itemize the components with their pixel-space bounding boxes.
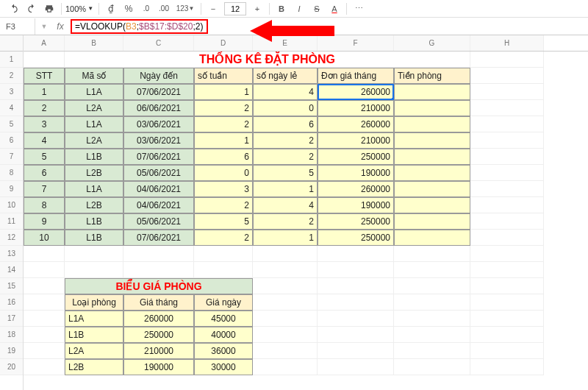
row-header[interactable]: 8 xyxy=(0,165,23,181)
hdr2-giathang[interactable]: Giá tháng xyxy=(123,294,194,311)
more-button[interactable]: ⋯ xyxy=(351,1,367,16)
table-row-songayle[interactable]: 2 xyxy=(253,213,318,230)
table-row-dongia[interactable]: 250000 xyxy=(318,230,394,246)
table-row-sotuan[interactable]: 2 xyxy=(194,100,253,116)
row-header[interactable]: 7 xyxy=(0,149,23,165)
table-row-sotuan[interactable]: 6 xyxy=(194,149,253,165)
table-row-songayle[interactable]: 2 xyxy=(253,132,318,149)
cell[interactable] xyxy=(394,262,470,278)
row-header[interactable]: 1 xyxy=(0,52,23,68)
table-row-dongia[interactable]: 250000 xyxy=(318,213,394,230)
table2-title[interactable]: BIỂU GIÁ PHÒNG xyxy=(65,278,253,294)
cell[interactable] xyxy=(394,327,470,343)
cell[interactable] xyxy=(470,213,544,230)
table-row-songayle[interactable]: 0 xyxy=(253,100,318,116)
table-row-stt[interactable]: 7 xyxy=(24,181,65,197)
hdr-dongia[interactable]: Đơn giá tháng xyxy=(318,68,394,84)
cell[interactable] xyxy=(470,230,544,246)
cell[interactable] xyxy=(318,311,394,327)
table-row-songayle[interactable]: 4 xyxy=(253,84,318,100)
table-row-maso[interactable]: L1A xyxy=(65,181,123,197)
hdr-stt[interactable]: STT xyxy=(24,68,65,84)
table-row-dongia[interactable]: 190000 xyxy=(318,197,394,213)
table-row-ngayden[interactable]: 07/06/2021 xyxy=(123,230,194,246)
table2-row-loai[interactable]: L2B xyxy=(65,359,123,375)
table-row-tienphong[interactable] xyxy=(394,149,470,165)
cell[interactable] xyxy=(318,262,394,278)
percent-button[interactable]: % xyxy=(121,1,137,16)
cell[interactable] xyxy=(24,246,65,262)
cell[interactable] xyxy=(253,262,318,278)
table-row-tienphong[interactable] xyxy=(394,230,470,246)
table-row-stt[interactable]: 5 xyxy=(24,149,65,165)
cell[interactable] xyxy=(470,262,544,278)
select-all-corner[interactable] xyxy=(0,35,23,52)
hdr-ngayden[interactable]: Ngày đến xyxy=(123,68,194,84)
hdr-sotuan[interactable]: số tuần xyxy=(194,68,253,84)
row-header[interactable]: 6 xyxy=(0,132,23,149)
cell[interactable] xyxy=(253,278,318,294)
more-formats-button[interactable]: 123▼ xyxy=(173,1,197,16)
table-row-maso[interactable]: L1B xyxy=(65,213,123,230)
cell[interactable] xyxy=(394,278,470,294)
table-row-maso[interactable]: L2B xyxy=(65,197,123,213)
table-row-dongia[interactable]: 260000 xyxy=(318,181,394,197)
table2-row-giathang[interactable]: 190000 xyxy=(123,359,194,375)
table-row-tienphong[interactable] xyxy=(394,116,470,132)
table-row-ngayden[interactable]: 05/06/2021 xyxy=(123,213,194,230)
row-header[interactable]: 14 xyxy=(0,262,23,278)
cell[interactable] xyxy=(470,181,544,197)
cell[interactable] xyxy=(253,343,318,359)
cell[interactable] xyxy=(24,294,65,311)
table-row-maso[interactable]: L1A xyxy=(65,116,123,132)
cell[interactable] xyxy=(470,327,544,343)
table-row-ngayden[interactable]: 06/06/2021 xyxy=(123,100,194,116)
cell[interactable] xyxy=(24,311,65,327)
table-row-tienphong[interactable] xyxy=(394,165,470,181)
table-row-stt[interactable]: 9 xyxy=(24,213,65,230)
table-row-songayle[interactable]: 4 xyxy=(253,197,318,213)
cell[interactable] xyxy=(253,294,318,311)
cell[interactable] xyxy=(253,359,318,375)
table2-row-giathang[interactable]: 250000 xyxy=(123,327,194,343)
hdr-tienphong[interactable]: Tiền phòng xyxy=(394,68,470,84)
cell[interactable] xyxy=(470,149,544,165)
table-row-stt[interactable]: 6 xyxy=(24,165,65,181)
col-header-D[interactable]: D xyxy=(194,35,253,51)
table2-row-giangay[interactable]: 30000 xyxy=(194,359,253,375)
col-header-A[interactable]: A xyxy=(24,35,65,51)
table-row-stt[interactable]: 1 xyxy=(24,84,65,100)
table-row-stt[interactable]: 8 xyxy=(24,197,65,213)
row-header[interactable]: 15 xyxy=(0,278,23,294)
table-row-maso[interactable]: L2A xyxy=(65,132,123,149)
cell[interactable] xyxy=(253,311,318,327)
table-row-tienphong[interactable] xyxy=(394,100,470,116)
row-header[interactable]: 5 xyxy=(0,116,23,132)
table-row-songayle[interactable]: 5 xyxy=(253,165,318,181)
cell[interactable] xyxy=(470,278,544,294)
col-header-H[interactable]: H xyxy=(470,35,544,51)
zoom-select[interactable]: 100%▼ xyxy=(65,4,95,13)
name-box-dropdown[interactable]: ▼ xyxy=(35,23,53,30)
table-row-tienphong[interactable] xyxy=(394,132,470,149)
cell[interactable] xyxy=(318,294,394,311)
cell[interactable] xyxy=(394,359,470,375)
row-header[interactable]: 9 xyxy=(0,181,23,197)
row-header[interactable]: 2 xyxy=(0,68,23,84)
table-row-sotuan[interactable]: 0 xyxy=(194,165,253,181)
table-row-songayle[interactable]: 6 xyxy=(253,116,318,132)
cell[interactable] xyxy=(65,246,123,262)
table-row-dongia[interactable]: 260000 xyxy=(318,116,394,132)
cell[interactable] xyxy=(470,343,544,359)
table-row-ngayden[interactable]: 03/06/2021 xyxy=(123,116,194,132)
cell[interactable] xyxy=(394,246,470,262)
cell[interactable] xyxy=(470,197,544,213)
cell[interactable] xyxy=(318,343,394,359)
table-row-maso[interactable]: L1B xyxy=(65,230,123,246)
decrease-decimal-button[interactable]: .0 xyxy=(138,1,154,16)
table-row-sotuan[interactable]: 1 xyxy=(194,132,253,149)
col-header-C[interactable]: C xyxy=(123,35,194,51)
cell[interactable] xyxy=(24,52,65,68)
table-row-tienphong[interactable] xyxy=(394,197,470,213)
print-button[interactable] xyxy=(41,1,57,16)
